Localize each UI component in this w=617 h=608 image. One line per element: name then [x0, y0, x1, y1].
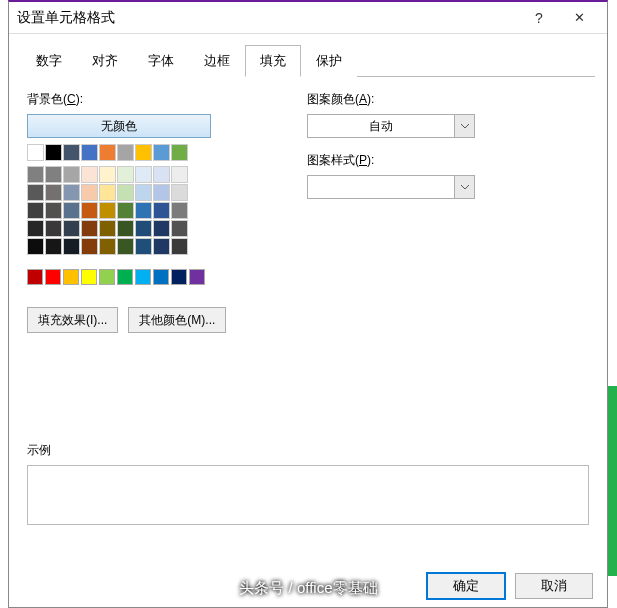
color-swatch[interactable]: [63, 220, 80, 237]
color-swatch[interactable]: [117, 202, 134, 219]
background-decoration: [607, 386, 617, 576]
color-swatch[interactable]: [117, 184, 134, 201]
close-button[interactable]: ✕: [559, 4, 599, 32]
color-swatch[interactable]: [135, 144, 152, 161]
fill-effects-button[interactable]: 填充效果(I)...: [27, 307, 118, 333]
color-swatch[interactable]: [81, 144, 98, 161]
color-swatch[interactable]: [45, 144, 62, 161]
help-button[interactable]: ?: [519, 4, 559, 32]
color-swatch[interactable]: [171, 144, 188, 161]
color-swatch[interactable]: [27, 184, 44, 201]
color-swatch[interactable]: [45, 166, 62, 183]
sample-section: 示例: [27, 442, 589, 525]
pattern-color-label: 图案颜色(A):: [307, 91, 589, 108]
left-column: 背景色(C): 无颜色 填充效果(I)... 其他颜色(M)...: [27, 91, 247, 333]
color-swatch[interactable]: [45, 202, 62, 219]
pattern-style-combo[interactable]: [307, 175, 475, 199]
pattern-style-label: 图案样式(P):: [307, 152, 589, 169]
standard-color-swatch[interactable]: [153, 269, 169, 285]
color-swatch[interactable]: [99, 238, 116, 255]
color-swatch[interactable]: [153, 202, 170, 219]
color-swatch[interactable]: [135, 220, 152, 237]
standard-color-swatch[interactable]: [63, 269, 79, 285]
format-cells-dialog: 设置单元格格式 ? ✕ 数字对齐字体边框填充保护 背景色(C): 无颜色 填充效…: [8, 0, 608, 608]
color-swatch[interactable]: [135, 238, 152, 255]
color-swatch[interactable]: [27, 238, 44, 255]
color-swatch[interactable]: [153, 184, 170, 201]
color-swatch[interactable]: [99, 184, 116, 201]
color-swatch[interactable]: [153, 220, 170, 237]
cancel-button[interactable]: 取消: [515, 573, 593, 599]
color-swatch[interactable]: [153, 166, 170, 183]
color-swatch[interactable]: [45, 238, 62, 255]
color-swatch[interactable]: [81, 202, 98, 219]
standard-color-swatch[interactable]: [81, 269, 97, 285]
tab-0[interactable]: 数字: [21, 45, 77, 77]
tab-1[interactable]: 对齐: [77, 45, 133, 77]
color-swatch[interactable]: [45, 184, 62, 201]
tab-strip: 数字对齐字体边框填充保护: [21, 44, 595, 77]
color-swatch[interactable]: [63, 166, 80, 183]
standard-color-swatch[interactable]: [189, 269, 205, 285]
chevron-down-icon: [454, 176, 474, 198]
standard-color-row: [27, 269, 247, 285]
color-swatch[interactable]: [117, 144, 134, 161]
tab-content-fill: 背景色(C): 无颜色 填充效果(I)... 其他颜色(M)... 图案颜色(A…: [9, 77, 607, 347]
dialog-title: 设置单元格格式: [17, 9, 115, 27]
color-swatch[interactable]: [27, 144, 44, 161]
standard-color-swatch[interactable]: [135, 269, 151, 285]
standard-color-swatch[interactable]: [99, 269, 115, 285]
color-swatch[interactable]: [99, 220, 116, 237]
color-swatch[interactable]: [63, 202, 80, 219]
color-swatch[interactable]: [117, 220, 134, 237]
tab-2[interactable]: 字体: [133, 45, 189, 77]
color-swatch[interactable]: [81, 166, 98, 183]
standard-color-swatch[interactable]: [171, 269, 187, 285]
color-swatch[interactable]: [63, 184, 80, 201]
color-swatch[interactable]: [135, 166, 152, 183]
color-swatch[interactable]: [135, 184, 152, 201]
color-swatch[interactable]: [63, 144, 80, 161]
no-color-button[interactable]: 无颜色: [27, 114, 211, 138]
standard-color-swatch[interactable]: [27, 269, 43, 285]
color-swatch[interactable]: [63, 238, 80, 255]
theme-color-grid: [27, 144, 247, 255]
chevron-down-icon: [454, 115, 474, 137]
color-swatch[interactable]: [27, 220, 44, 237]
color-swatch[interactable]: [171, 166, 188, 183]
tab-3[interactable]: 边框: [189, 45, 245, 77]
color-swatch[interactable]: [171, 184, 188, 201]
color-swatch[interactable]: [117, 238, 134, 255]
color-swatch[interactable]: [135, 202, 152, 219]
sample-label: 示例: [27, 442, 589, 459]
color-swatch[interactable]: [81, 238, 98, 255]
color-swatch[interactable]: [171, 238, 188, 255]
ok-button[interactable]: 确定: [427, 573, 505, 599]
dialog-footer: 确定 取消: [427, 573, 593, 599]
color-swatch[interactable]: [81, 184, 98, 201]
titlebar: 设置单元格格式 ? ✕: [9, 2, 607, 34]
sample-preview: [27, 465, 589, 525]
bg-color-label: 背景色(C):: [27, 91, 247, 108]
color-swatch[interactable]: [99, 202, 116, 219]
color-swatch[interactable]: [45, 220, 62, 237]
pattern-color-combo[interactable]: 自动: [307, 114, 475, 138]
color-swatch[interactable]: [99, 144, 116, 161]
standard-color-swatch[interactable]: [117, 269, 133, 285]
tab-5[interactable]: 保护: [301, 45, 357, 77]
color-swatch[interactable]: [171, 220, 188, 237]
standard-color-swatch[interactable]: [45, 269, 61, 285]
tab-4[interactable]: 填充: [245, 45, 301, 77]
right-column: 图案颜色(A): 自动 图案样式(P):: [307, 91, 589, 333]
color-swatch[interactable]: [153, 144, 170, 161]
pattern-color-value: 自动: [308, 118, 454, 135]
color-swatch[interactable]: [27, 202, 44, 219]
other-colors-button[interactable]: 其他颜色(M)...: [128, 307, 226, 333]
color-swatch[interactable]: [27, 166, 44, 183]
color-swatch[interactable]: [117, 166, 134, 183]
color-swatch[interactable]: [153, 238, 170, 255]
color-swatch[interactable]: [99, 166, 116, 183]
color-swatch[interactable]: [171, 202, 188, 219]
color-swatch[interactable]: [81, 220, 98, 237]
